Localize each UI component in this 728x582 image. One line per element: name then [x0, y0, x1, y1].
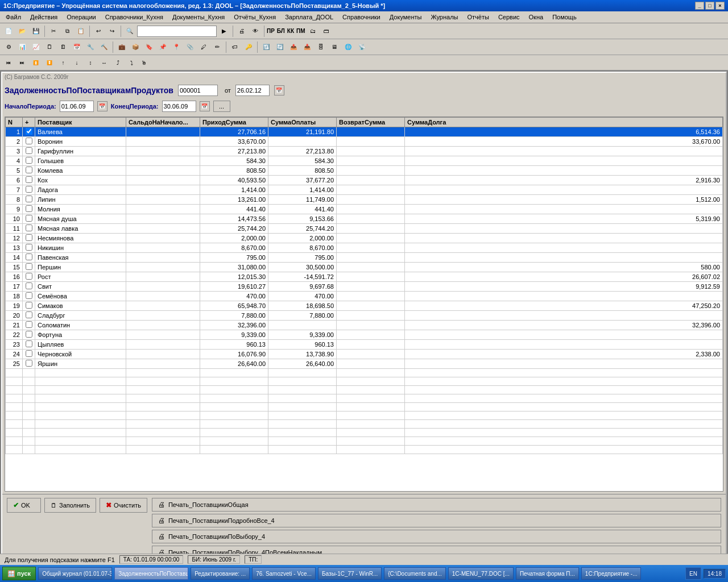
- table-row[interactable]: 2 Воронин 33,670.00 33,670.00: [6, 137, 723, 147]
- tb2-btn26[interactable]: 📡: [355, 41, 368, 53]
- tb3-btn9[interactable]: ⤴: [111, 56, 124, 69]
- redo-btn[interactable]: ↪: [106, 25, 118, 38]
- tb2-btn3[interactable]: 📈: [30, 41, 42, 53]
- new-btn[interactable]: 📄: [2, 25, 15, 38]
- row-checkbox[interactable]: [26, 340, 32, 347]
- undo-btn[interactable]: ↩: [92, 25, 105, 38]
- tb3-btn11[interactable]: 🖱: [139, 56, 149, 69]
- cell-check[interactable]: [23, 137, 35, 147]
- tb3-btn7[interactable]: ↕: [84, 56, 97, 69]
- menu-reports[interactable]: Отчёты: [464, 13, 493, 22]
- cell-check[interactable]: [23, 127, 35, 137]
- report-number-input[interactable]: [178, 85, 218, 96]
- tb2-btn10[interactable]: 📦: [129, 41, 142, 53]
- minimize-button[interactable]: _: [695, 2, 704, 10]
- table-row[interactable]: 12 Несмиянова 2,000.00 2,000.00: [6, 234, 723, 243]
- menu-actions[interactable]: Действия: [27, 13, 61, 22]
- tb2-btn5[interactable]: 🗓: [57, 41, 69, 53]
- row-checkbox[interactable]: [26, 205, 32, 212]
- tb2-btn8[interactable]: 🔨: [98, 41, 110, 53]
- cell-check[interactable]: [23, 224, 35, 234]
- table-row[interactable]: 5 Комлева 808.50 808.50: [6, 166, 723, 176]
- menu-ref-kitchen[interactable]: Справочники_Кухня: [102, 13, 167, 22]
- row-checkbox[interactable]: [26, 244, 32, 251]
- row-checkbox[interactable]: [26, 282, 32, 289]
- menu-windows[interactable]: Окна: [526, 13, 547, 22]
- tb3-btn4[interactable]: ⏬: [43, 56, 56, 69]
- table-row[interactable]: 9 Молния 441.40 441.40: [6, 205, 723, 214]
- row-checkbox[interactable]: [26, 138, 32, 144]
- cell-check[interactable]: [23, 321, 35, 330]
- taskbar-item-8[interactable]: 1С:Предприятие -...: [581, 567, 642, 580]
- taskbar-item-4[interactable]: Базы-1С_77 - WinR...: [318, 567, 382, 580]
- tb3-btn5[interactable]: ↑: [57, 56, 69, 69]
- table-row[interactable]: 7 Ладога 1,414.00 1,414.00: [6, 185, 723, 195]
- tb2-btn4[interactable]: 🗒: [43, 41, 56, 53]
- cell-check[interactable]: [23, 147, 35, 156]
- tb3-btn1[interactable]: ⏮: [2, 56, 15, 69]
- tb3-btn8[interactable]: ↔: [98, 56, 110, 69]
- close-button[interactable]: ×: [715, 2, 725, 10]
- print-btn-3[interactable]: 🖨 Печать_ПоставщикиПоВыбору_4: [152, 530, 721, 543]
- tb2-btn2[interactable]: 📊: [16, 41, 28, 53]
- cell-check[interactable]: [23, 282, 35, 292]
- start-button[interactable]: 🪟 пуск: [2, 567, 36, 580]
- table-row[interactable]: 8 Липин 13,261.00 11,749.00 1,512.00: [6, 195, 723, 205]
- row-checkbox[interactable]: [26, 331, 32, 338]
- tb2-btn23[interactable]: 🗄: [315, 41, 327, 53]
- row-checkbox[interactable]: [26, 186, 32, 193]
- taskbar-item-5[interactable]: {С:\Documents and...: [384, 567, 446, 580]
- table-row[interactable]: 1 Валиева 27,706.16 21,191.80 6,514.36: [6, 127, 723, 137]
- table-row[interactable]: 21 Соломатин 32,396.00 32,396.00: [6, 321, 723, 330]
- tb2-btn11[interactable]: 🔖: [143, 41, 155, 53]
- menu-docs[interactable]: Документы: [386, 13, 425, 22]
- menu-service[interactable]: Сервис: [495, 13, 523, 22]
- tb2-btn17[interactable]: 🏷: [229, 41, 241, 53]
- tb2-btn25[interactable]: 🌐: [342, 41, 354, 53]
- row-checkbox[interactable]: [26, 350, 32, 357]
- cell-check[interactable]: [23, 330, 35, 340]
- print-btn-1[interactable]: 🖨 Печать_ПоставщикиОбщая: [152, 498, 721, 512]
- paste-btn[interactable]: 📋: [75, 25, 87, 38]
- table-row[interactable]: 17 Свит 19,610.27 9,697.68 9,912.59: [6, 282, 723, 292]
- menu-file[interactable]: Файл: [2, 13, 24, 22]
- cell-check[interactable]: [23, 234, 35, 243]
- cell-check[interactable]: [23, 311, 35, 321]
- table-row[interactable]: 25 Яршин 26,640.00 26,640.00: [6, 359, 723, 369]
- search-input[interactable]: [137, 26, 217, 37]
- period-start-input[interactable]: [60, 101, 94, 112]
- period-end-calendar-btn[interactable]: 📅: [200, 101, 210, 111]
- row-checkbox[interactable]: [26, 167, 32, 173]
- row-checkbox[interactable]: [26, 215, 32, 222]
- taskbar-item-3[interactable]: 76. Samozveti - Vce...: [252, 567, 316, 580]
- taskbar-item-7[interactable]: Печатная форма П...: [516, 567, 579, 580]
- tb2-btn19[interactable]: 🔃: [260, 41, 272, 53]
- cell-check[interactable]: [23, 214, 35, 224]
- row-checkbox[interactable]: [26, 302, 32, 309]
- tb2-btn9[interactable]: 💼: [115, 41, 128, 53]
- cell-check[interactable]: [23, 243, 35, 253]
- menu-reports-kitchen[interactable]: Отчёты_Кухня: [230, 13, 279, 22]
- cell-check[interactable]: [23, 292, 35, 301]
- cell-check[interactable]: [23, 156, 35, 166]
- tb3-btn6[interactable]: ↓: [71, 56, 83, 69]
- row-checkbox[interactable]: [26, 360, 32, 367]
- tb2-btn20[interactable]: 🔄: [274, 41, 286, 53]
- copy-btn[interactable]: ⧉: [61, 25, 73, 38]
- row-checkbox[interactable]: [26, 311, 32, 318]
- report-date-input[interactable]: [235, 85, 270, 96]
- taskbar-item-1[interactable]: ЗадолженностьПоПоставщ...: [114, 567, 188, 580]
- tb2-btn12[interactable]: 📌: [156, 41, 169, 53]
- menu-refs[interactable]: Справочники: [339, 13, 384, 22]
- search-go-btn[interactable]: ▶: [218, 25, 230, 38]
- tb3-btn10[interactable]: ⤵: [125, 56, 138, 69]
- table-row[interactable]: 4 Голышев 584.30 584.30: [6, 156, 723, 166]
- table-row[interactable]: 10 Мясная душа 14,473.56 9,153.66 5,319.…: [6, 214, 723, 224]
- taskbar-item-2[interactable]: Редактирование: ...: [191, 567, 250, 580]
- window-controls[interactable]: _ □ ×: [695, 2, 725, 10]
- tb2-btn14[interactable]: 📎: [184, 41, 196, 53]
- table-row[interactable]: 13 Никишин 8,670.00 8,670.00: [6, 243, 723, 253]
- preview-btn[interactable]: 👁: [249, 25, 262, 38]
- table-row[interactable]: 16 Рост 12,015.30 -14,591.72 26,607.02: [6, 272, 723, 282]
- cell-check[interactable]: [23, 359, 35, 369]
